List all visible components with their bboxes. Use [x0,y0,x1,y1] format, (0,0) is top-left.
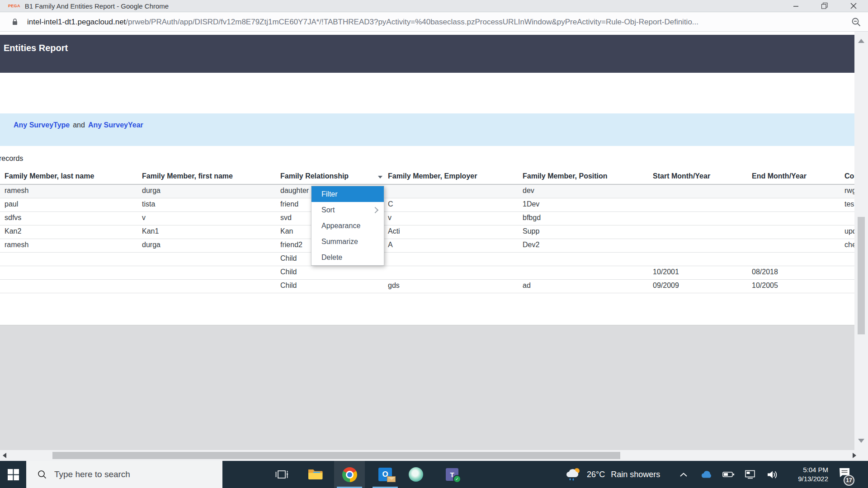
column-header-8[interactable]: Com [844,172,854,180]
onedrive-tray-button[interactable] [700,461,714,488]
menu-item-appearance[interactable]: Appearance [311,218,384,234]
network-icon [744,470,756,479]
column-header-2[interactable]: Family Member, first name [142,172,233,180]
url-domain: intel-intel1-dt1.pegacloud.net [27,18,126,26]
close-icon [850,3,857,9]
filter-link-surveyyear[interactable]: Any SurveyYear [88,121,143,129]
chrome-icon [342,467,357,482]
table-cell: svd [280,214,292,222]
scroll-down-arrow-icon[interactable] [858,439,864,443]
taskbar-clock[interactable]: 5:04 PM 9/13/2022 [786,465,828,483]
menu-item-label: Delete [321,253,342,262]
lock-icon[interactable] [12,18,18,26]
vertical-scrollbar-thumb[interactable] [858,217,865,334]
table-row[interactable]: Child [0,253,854,266]
pega-favicon-icon: PEGA [8,4,20,8]
battery-tray-button[interactable] [722,461,735,488]
weather-widget[interactable]: 26°C Rain showers [564,461,660,488]
weather-condition: Rain showers [611,470,660,479]
table-row[interactable]: Childgdsad09/200910/2005 [0,280,854,293]
restore-button[interactable] [810,0,839,12]
content-bottom-area [0,325,854,450]
zoom-out-icon[interactable] [851,17,862,29]
table-cell: friend2 [280,241,302,249]
table-cell: C [388,200,393,208]
taskbar-search-input[interactable]: Type here to search [26,461,222,488]
table-cell: Kan2 [5,227,21,235]
table-row[interactable]: sdfvsvsvdvbfbgd [0,212,854,225]
tray-expand-button[interactable] [679,461,688,488]
table-cell: che [844,241,854,249]
menu-item-filter[interactable]: Filter [311,186,384,202]
url-text[interactable]: intel-intel1-dt1.pegacloud.net/prweb/PRA… [27,18,823,27]
column-header-1[interactable]: Family Member, last name [5,172,94,180]
table-cell: Child [280,254,297,263]
clock-date: 9/13/2022 [786,474,828,483]
menu-item-label: Sort [321,206,335,214]
table-cell: durga [142,187,160,195]
table-cell: dev [523,187,534,195]
filter-conjunction: and [73,121,85,129]
close-button[interactable] [839,0,868,12]
column-menu-arrow-icon[interactable] [378,176,382,178]
table-row[interactable]: rameshdurgadaughterdevrwg [0,185,854,198]
volume-tray-button[interactable] [767,461,779,488]
table-row[interactable]: rameshdurgafriend2ADev2che [0,239,854,253]
scroll-right-arrow-icon[interactable] [853,453,856,458]
menu-item-label: Appearance [321,222,360,230]
column-header-7[interactable]: End Month/Year [752,172,807,180]
table-body: rameshdurgadaughterdevrwgpaultistafriend… [0,185,854,293]
window-titlebar[interactable]: PEGA B1 Family And Entities Report - Goo… [0,0,868,12]
column-header-3[interactable]: Family Relationship [280,172,349,180]
table-row[interactable]: Kan2Kan1KanActiSuppupd [0,225,854,239]
teams-icon: T ✓ [446,468,458,481]
table-cell: durga [142,241,160,249]
outlook-button[interactable]: O [370,461,401,488]
table-cell: friend [280,200,298,208]
weather-temperature: 26°C [587,470,605,479]
screen: { "window": { "app_icon_text": "PEGA", "… [0,0,868,488]
outlook-icon: O [378,468,392,481]
start-button[interactable] [0,461,26,488]
restore-icon [821,3,828,9]
taskbar: Type here to search O T ✓ [0,461,868,488]
table-cell: 10/2005 [752,282,778,290]
url-path: /prweb/PRAuth/app/DISRD/fv12m8E79Ztj1mCE… [126,18,698,26]
chrome-button[interactable] [334,461,365,488]
column-header-5[interactable]: Family Member, Position [523,172,608,180]
table-cell: ad [523,282,531,290]
horizontal-scrollbar-thumb[interactable] [52,452,620,459]
address-bar[interactable]: intel-intel1-dt1.pegacloud.net/prweb/PRA… [0,13,868,32]
file-explorer-button[interactable] [300,461,330,488]
table-cell: Child [280,282,297,290]
weather-icon [564,467,582,482]
minimize-button[interactable] [781,0,810,12]
menu-item-sort[interactable]: Sort [311,202,384,218]
table-row[interactable]: paultistafriendC1Devtes [0,198,854,212]
report-title: Entities Report [4,43,68,53]
report-header: Entities Report [0,35,854,73]
table-row[interactable]: Child10/200108/2018 [0,266,854,280]
task-view-button[interactable] [266,461,297,488]
menu-item-delete[interactable]: Delete [311,249,384,265]
column-header-6[interactable]: Start Month/Year [653,172,710,180]
table-cell: A [388,241,393,249]
network-tray-button[interactable] [744,461,756,488]
filter-link-surveytype[interactable]: Any SurveyType [14,121,70,129]
speaker-icon [767,470,779,479]
column-header-4[interactable]: Family Member, Employer [388,172,477,180]
browser-globe-button[interactable] [401,461,431,488]
notification-count-badge: 17 [844,475,854,486]
scroll-up-arrow-icon[interactable] [858,39,864,43]
menu-item-summarize[interactable]: Summarize [311,234,384,249]
menu-item-label: Filter [321,190,338,198]
teams-button[interactable]: T ✓ [437,461,467,488]
table-cell: tista [142,200,155,208]
teams-status-check-icon: ✓ [453,475,461,483]
filter-criteria-bar: c Any SurveyTypeandAny SurveyYear [0,113,854,146]
scroll-left-arrow-icon[interactable] [3,453,6,458]
horizontal-scrollbar[interactable] [0,450,868,461]
table-header-row: Family Member, last nameFamily Member, f… [0,168,854,185]
table-cell: Kan [280,227,293,235]
vertical-scrollbar[interactable] [854,32,868,450]
